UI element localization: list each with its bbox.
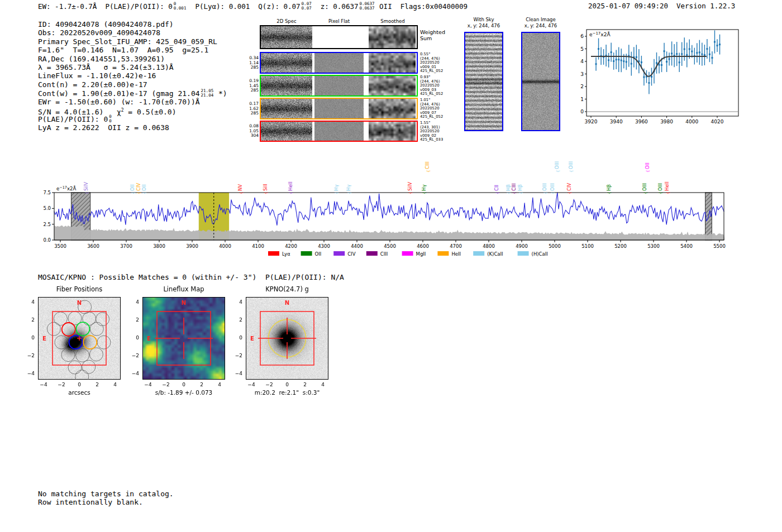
ytick-label: 0 <box>580 109 584 114</box>
spectrum-line <box>54 193 724 226</box>
data-point <box>659 64 660 66</box>
ytick-label: 3 <box>580 71 584 77</box>
panel-xtick-label: 0 <box>177 382 190 387</box>
2dspec-col-title: 2D Spec <box>261 18 312 24</box>
line-marker-bracket: { <box>607 192 612 194</box>
legend-swatch <box>473 251 484 256</box>
line-marker-bracket: { <box>666 192 670 194</box>
xtick-label: 4100 <box>252 243 264 249</box>
pixelflat-col-title: Pixel Flat <box>314 18 364 24</box>
legend-swatch <box>301 251 312 256</box>
line-marker-label: OIII <box>542 183 547 191</box>
line-marker-bracket: { <box>556 170 560 172</box>
smoothed-image <box>369 76 416 95</box>
data-point <box>613 60 614 62</box>
mosaic-header: MOSAIC/KPNO : Possible Matches = 0 (with… <box>38 273 344 281</box>
spectrum-ylabel: e−17x2Å <box>56 185 76 191</box>
smoothed-image <box>369 53 416 73</box>
panel-ytick-label: 0 <box>128 335 139 341</box>
xtick-label: 4300 <box>318 243 330 249</box>
smoothed-image <box>369 99 416 118</box>
inset-axes-box <box>586 30 738 116</box>
data-point <box>595 63 597 65</box>
full-spectrum-plot: 0.02.55.07.53500360037003800390040004100… <box>34 146 754 261</box>
2dspec-image <box>261 26 312 48</box>
line-marker-label: HeII <box>288 181 293 191</box>
xtick-label: 3920 <box>585 119 598 124</box>
data-point <box>709 54 711 55</box>
panel-ytick-label: −4 <box>231 371 242 376</box>
ytick-label: 2 <box>580 84 584 89</box>
clean-coords: x, y: 244, 476 <box>515 23 566 28</box>
panel-xtick-label: −4 <box>245 382 258 387</box>
panel-title: Fiber Positions <box>27 285 132 293</box>
legend-label: OII <box>315 251 322 257</box>
text-segment: LineFlux = -1.10(±0.42)e-16 <box>38 71 156 80</box>
data-point <box>656 62 657 64</box>
xtick-label: 4500 <box>384 243 396 249</box>
line-marker-label: Hβ <box>506 184 511 191</box>
pixelflat-image <box>314 76 364 95</box>
2dspec-row-id: 0.55"(244, 476)20220520v009_01425_RL_052 <box>420 52 443 74</box>
line-marker-label: OII <box>645 162 650 169</box>
data-point <box>669 58 670 60</box>
line-marker-label: CIII <box>425 162 430 169</box>
line-marker-label: Hβ <box>517 184 523 191</box>
smoothed-col-title: Smoothed <box>369 18 417 24</box>
fiber-circle <box>97 336 111 349</box>
text-segment: λ = 3965.73Å σ = 5.24(±3.13)Å <box>38 63 174 71</box>
data-point <box>626 61 627 63</box>
legend-swatch <box>366 251 378 256</box>
legend-label: HeII <box>451 251 461 257</box>
line-marker-label: SiIV <box>83 182 89 191</box>
legend-swatch <box>402 251 413 256</box>
xtick-label: 4900 <box>516 243 528 249</box>
panel-xlabel: arcsecs <box>21 389 137 396</box>
2dspec-row <box>260 25 418 49</box>
clean-image <box>521 32 560 131</box>
panel-ytick-label: 0 <box>23 335 35 341</box>
line-marker-bracket: { <box>408 192 413 194</box>
line-marker-label: HeII <box>664 181 670 191</box>
data-point <box>686 54 688 56</box>
data-point <box>704 54 705 56</box>
data-point <box>679 61 680 63</box>
data-point <box>706 48 708 50</box>
panel-ytick-label: −2 <box>231 353 242 358</box>
line-marker-bracket: { <box>142 192 147 194</box>
panel-xtick-label: 2 <box>195 382 208 387</box>
xtick-label: 3500 <box>54 243 66 249</box>
data-point <box>608 59 609 61</box>
xtick-label: 4600 <box>417 243 429 249</box>
legend-swatch <box>268 251 279 256</box>
xtick-label: 4700 <box>450 243 462 249</box>
fiber-circle <box>75 370 89 380</box>
id-line: 425_RL_033 <box>420 138 443 142</box>
2dspec-row-stats: 0.171.62285 <box>247 102 259 116</box>
line-marker-bracket: { <box>239 192 244 194</box>
2dspec-image <box>261 53 312 73</box>
fiber-circle <box>47 322 60 336</box>
2dspec-row-stats: 0.191.45285 <box>247 79 259 93</box>
text-segment: *) <box>214 89 227 98</box>
data-point <box>691 51 693 52</box>
panel-ytick-label: 0 <box>231 335 242 341</box>
blank-row-note: Row intentionally blank. <box>38 498 143 506</box>
pixelflat-image <box>314 53 364 73</box>
xtick-label: 4200 <box>285 243 297 249</box>
panel-ytick-label: −2 <box>23 353 35 358</box>
line-marker-bracket: { <box>495 192 500 194</box>
smoothed-image <box>369 122 416 141</box>
panel-ytick-label: −4 <box>128 371 139 376</box>
error-floor <box>54 226 725 240</box>
legend-swatch <box>437 251 449 256</box>
text-segment: = 0.5(±0.0) <box>124 108 177 116</box>
selected-fiber-circle <box>62 323 75 336</box>
withsky-title: With Sky <box>458 17 509 22</box>
info-line: LineFlux = -1.10(±0.42)e-16 <box>38 71 227 80</box>
data-point <box>717 45 718 46</box>
selected-fiber-circle <box>76 322 89 336</box>
xtick-label: 3980 <box>660 119 673 124</box>
line-marker-label: CIII <box>511 184 517 191</box>
weighted-sum-label: WeightedSum <box>420 30 445 41</box>
